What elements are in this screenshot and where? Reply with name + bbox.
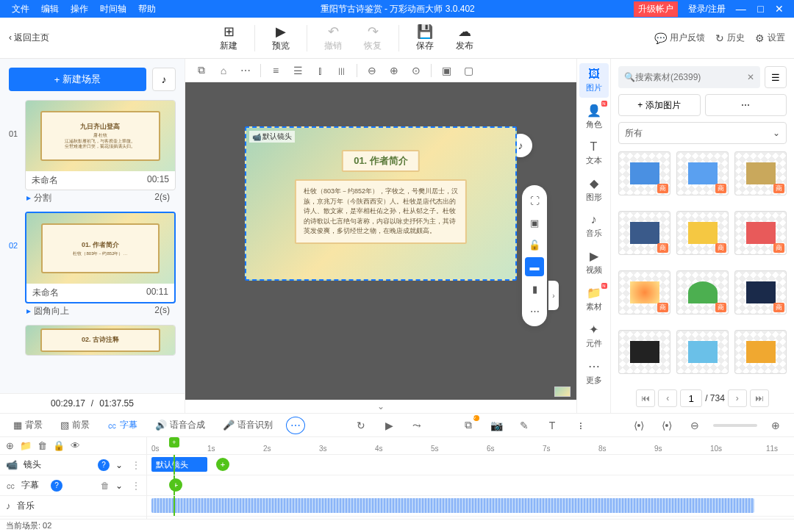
- ribbon-more[interactable]: ⋯更多: [579, 355, 609, 390]
- track-music[interactable]: ♪ 音乐: [0, 496, 146, 517]
- snapshot-icon[interactable]: ⧉v: [459, 417, 478, 434]
- scene-music-button[interactable]: ♪: [152, 68, 176, 91]
- scene-thumbnail[interactable]: 01. 作者简介杜牧（803年－约852年）…: [26, 213, 174, 284]
- scene-item[interactable]: 01 九日齐山登高唐·杜牧江涵秋影雁初飞，与客携壶上翠微。尘世难逢开口笑，菊花须…: [9, 100, 176, 206]
- tab-background[interactable]: ▦背景: [9, 416, 47, 434]
- music-track[interactable]: [147, 496, 794, 517]
- fullscreen-icon[interactable]: ⛶: [525, 191, 544, 210]
- ribbon-text[interactable]: T文本: [579, 136, 609, 170]
- settings-button[interactable]: ⚙设置: [755, 32, 785, 44]
- fit-icon[interactable]: ▣: [525, 213, 544, 232]
- scene-thumbnail[interactable]: 02. 古诗注释: [26, 326, 175, 355]
- first-page-button[interactable]: ⏮: [636, 389, 655, 407]
- add-layer-icon[interactable]: ⊕: [6, 440, 14, 451]
- last-page-button[interactable]: ⏭: [750, 389, 769, 407]
- text-tool-icon[interactable]: T: [543, 417, 562, 434]
- ribbon-asset[interactable]: 📁素材N: [579, 281, 609, 317]
- range-start-icon[interactable]: ⟨•⟩: [629, 417, 648, 434]
- scene-item[interactable]: 02. 古诗注释: [9, 325, 176, 356]
- zoom-in-timeline-icon[interactable]: ⊕: [766, 417, 785, 434]
- asset-item[interactable]: 商: [676, 211, 729, 255]
- asset-item[interactable]: 商: [734, 151, 787, 195]
- chevron-down-icon[interactable]: ⌄: [115, 481, 123, 491]
- scene-item[interactable]: 02 01. 作者简介杜牧（803年－约852年）… 未命名00:11 ▸圆角向…: [9, 212, 176, 319]
- new-button[interactable]: ⊞新建: [209, 24, 248, 52]
- publish-button[interactable]: ☁发布: [445, 24, 484, 52]
- drag-handle-icon[interactable]: ⋮: [132, 460, 140, 470]
- add-keyframe-icon[interactable]: +: [169, 478, 182, 492]
- login-button[interactable]: 登录/注册: [682, 3, 732, 15]
- search-box[interactable]: 🔍 ✕: [618, 66, 760, 88]
- unlock-icon[interactable]: 🔓: [525, 235, 544, 254]
- display-icon[interactable]: ▬: [525, 257, 544, 276]
- align-center-icon[interactable]: ☰: [287, 62, 308, 79]
- rewind-icon[interactable]: ↻: [351, 417, 371, 434]
- range-end-icon[interactable]: ⟨•⟩: [657, 417, 676, 434]
- help-icon[interactable]: ?: [98, 459, 110, 471]
- camera-tool-icon[interactable]: 📷: [487, 417, 506, 434]
- asset-item[interactable]: 商: [734, 270, 787, 314]
- skip-icon[interactable]: ⤳: [407, 417, 426, 434]
- align-left-icon[interactable]: ≡: [265, 62, 286, 79]
- preview-button[interactable]: ▶预览: [261, 24, 301, 52]
- add-image-button[interactable]: +添加图片: [618, 94, 701, 116]
- delete-icon[interactable]: 🗑: [101, 481, 110, 491]
- asset-item[interactable]: 商: [676, 270, 729, 314]
- chevron-down-icon[interactable]: ⌄: [115, 460, 123, 470]
- more-icon[interactable]: ⋯: [235, 62, 256, 79]
- ribbon-video[interactable]: ▶视频: [579, 245, 609, 280]
- ribbon-music[interactable]: ♪音乐: [579, 209, 609, 243]
- zoom-out-timeline-icon[interactable]: ⊖: [685, 417, 704, 434]
- tablet-icon[interactable]: ▮: [525, 279, 544, 298]
- align-v-icon[interactable]: ⫿: [310, 62, 330, 79]
- tab-subtitle[interactable]: ㏄字幕: [103, 416, 142, 435]
- new-scene-button[interactable]: +新建场景: [9, 68, 146, 91]
- tab-tts[interactable]: 🔊语音合成: [151, 416, 210, 434]
- distribute-icon[interactable]: ⫼: [332, 62, 352, 79]
- help-icon[interactable]: ?: [51, 480, 62, 492]
- track-subtitle[interactable]: ㏄ 字幕 ? 🗑 ⌄ ⋮: [0, 475, 146, 496]
- adjust-tool-icon[interactable]: ⫶: [571, 417, 590, 434]
- redo-button[interactable]: ↷恢复: [353, 24, 393, 52]
- ribbon-component[interactable]: ✦元件: [579, 318, 609, 353]
- copy-icon[interactable]: ⧉: [191, 62, 212, 79]
- tab-asr[interactable]: 🎤语音识别: [218, 416, 277, 434]
- add-more-button[interactable]: ⋯: [705, 94, 787, 116]
- undo-button[interactable]: ↶撤销: [313, 24, 353, 52]
- panel-collapse-handle[interactable]: ›: [548, 281, 559, 310]
- save-button[interactable]: 💾保存: [405, 24, 445, 52]
- minimize-icon[interactable]: —: [732, 3, 751, 15]
- menu-file[interactable]: 文件: [6, 3, 35, 15]
- asset-item[interactable]: 商: [734, 211, 787, 255]
- canvas-collapse-handle[interactable]: ⌄: [185, 400, 576, 413]
- tab-foreground[interactable]: ▧前景: [56, 416, 94, 434]
- zoom-slider[interactable]: [713, 424, 757, 427]
- upgrade-button[interactable]: 升级帐户: [634, 1, 678, 17]
- more-tools-icon[interactable]: ⋯: [525, 301, 544, 320]
- add-folder-icon[interactable]: 📁: [20, 440, 32, 451]
- camera-track[interactable]: 默认镜头 +: [147, 455, 794, 475]
- canvas-slide[interactable]: 📹默认镜头 01. 作者简介 杜牧（803年－约852年），字牧之，号樊川居士，…: [245, 126, 517, 281]
- edit-tool-icon[interactable]: ✎: [515, 417, 534, 434]
- track-camera[interactable]: 📹 镜头 ? ⌄ ⋮: [0, 455, 146, 475]
- asset-item[interactable]: 商: [676, 151, 729, 195]
- play-icon[interactable]: ▸: [26, 306, 31, 316]
- asset-item[interactable]: 商: [618, 270, 670, 314]
- asset-item[interactable]: [676, 330, 729, 374]
- menu-help[interactable]: 帮助: [132, 3, 162, 15]
- mini-preview[interactable]: [554, 387, 571, 397]
- zoom-out-icon[interactable]: ⊖: [362, 62, 382, 79]
- feedback-button[interactable]: 💬用户反馈: [654, 32, 705, 44]
- layer-front-icon[interactable]: ▣: [436, 62, 457, 79]
- add-keyframe-icon[interactable]: +: [216, 458, 229, 471]
- drag-handle-icon[interactable]: ⋮: [132, 481, 140, 491]
- asset-item[interactable]: [618, 330, 670, 374]
- audio-waveform[interactable]: [151, 498, 754, 513]
- lock-layer-icon[interactable]: 🔒: [53, 440, 65, 451]
- category-select[interactable]: 所有⌄: [618, 122, 787, 144]
- more-options-icon[interactable]: ⋯: [286, 417, 305, 434]
- asset-item[interactable]: 商: [618, 151, 670, 195]
- back-button[interactable]: ‹ 返回主页: [9, 32, 49, 44]
- play-icon[interactable]: ▸: [26, 193, 31, 203]
- asset-item[interactable]: 商: [618, 211, 670, 255]
